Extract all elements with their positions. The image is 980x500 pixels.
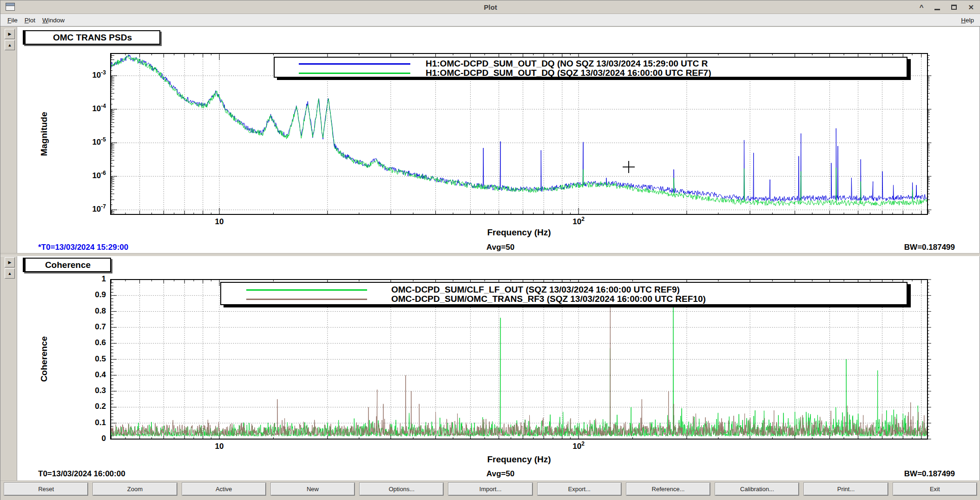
- y-tick-label: 0.1: [73, 418, 106, 427]
- tab-omc-trans-psds: OMC TRANS PSDs: [23, 30, 160, 45]
- y-tick-label: 0: [73, 434, 106, 443]
- new-button[interactable]: New: [271, 483, 355, 495]
- export-button[interactable]: Export...: [538, 483, 621, 495]
- coherence-legend: OMC-DCPD_SUM/CLF_LF_OUT (SQZ 13/03/2024 …: [220, 282, 908, 305]
- coherence-legend-sample-rf3: [246, 299, 367, 300]
- import-button[interactable]: Import...: [448, 483, 532, 495]
- options-button[interactable]: Options...: [360, 483, 443, 495]
- maximize-icon[interactable]: [951, 5, 957, 10]
- coherence-pad: Coherence Coherence Frequency (Hz) T0=13…: [17, 256, 980, 480]
- y-tick-label: 10-6: [73, 171, 106, 180]
- y-tick-label: 0.4: [73, 370, 106, 380]
- y-tick-label: 0.2: [73, 402, 106, 411]
- y-tick-label: 0.3: [73, 386, 106, 395]
- y-tick-label: 0.5: [73, 354, 106, 364]
- y-tick-label: 0.6: [73, 338, 106, 347]
- y-tick-label: 1: [73, 274, 106, 284]
- psd-legend: H1:OMC-DCPD_SUM_OUT_DQ (NO SQZ 13/03/202…: [274, 57, 908, 78]
- psd-avg-label: Avg=50: [487, 243, 514, 252]
- print-button[interactable]: Print...: [804, 483, 888, 495]
- legend-row: H1:OMC-DCPD_SUM_OUT_DQ (NO SQZ 13/03/202…: [275, 59, 907, 68]
- x-tick-label: 10: [215, 442, 224, 451]
- legend-row: OMC-DCPD_SUM/CLF_LF_OUT (SQZ 13/03/2024 …: [221, 285, 907, 294]
- x-tick-label: 102: [572, 442, 585, 451]
- shade-icon[interactable]: ^: [920, 0, 924, 14]
- y-tick-label: 0.7: [73, 322, 106, 332]
- arrow-right-button-bottom-pane[interactable]: ▶: [5, 257, 15, 267]
- coherence-legend-label-clf: OMC-DCPD_SUM/CLF_LF_OUT (SQZ 13/03/2024 …: [391, 285, 680, 294]
- crosshair-cursor: [628, 161, 629, 173]
- title-bar: Plot ^ ✕: [0, 0, 980, 14]
- window-menu-icon[interactable]: [6, 3, 15, 11]
- exit-button[interactable]: Exit: [893, 483, 977, 495]
- coherence-x-axis-title: Frequency (Hz): [487, 454, 551, 465]
- reset-button[interactable]: Reset: [4, 483, 88, 495]
- x-tick-label: 10: [215, 217, 224, 227]
- menu-plot[interactable]: Plot: [25, 17, 35, 24]
- coherence-legend-label-rf3: OMC-DCPD_SUM/OMC_TRANS_RF3 (SQZ 13/03/20…: [391, 294, 706, 304]
- psd-t0-label: *T0=13/03/2024 15:29:00: [38, 243, 128, 252]
- psd-status-row: *T0=13/03/2024 15:29:00 Avg=50 BW=0.1874…: [17, 243, 980, 253]
- menu-window[interactable]: Window: [42, 17, 65, 24]
- y-tick-label: 10-4: [73, 104, 106, 113]
- toolbar: ResetZoomActiveNewOptions...Import...Exp…: [0, 480, 980, 500]
- coherence-status-row: T0=13/03/2024 16:00:00 Avg=50 BW=0.18749…: [17, 469, 980, 480]
- psd-bw-label: BW=0.187499: [904, 243, 955, 252]
- psd-legend-label-sqz: H1:OMC-DCPD_SUM_OUT_DQ (SQZ 13/03/2024 1…: [426, 68, 711, 78]
- psd-legend-sample-no-sqz: [299, 63, 410, 65]
- y-tick-label: 0.8: [73, 307, 106, 316]
- tab-coherence: Coherence: [23, 258, 111, 272]
- coherence-bw-label: BW=0.187499: [904, 469, 955, 479]
- coherence-y-axis-title: Coherence: [39, 336, 49, 382]
- psd-legend-label-no-sqz: H1:OMC-DCPD_SUM_OUT_DQ (NO SQZ 13/03/202…: [426, 59, 708, 68]
- psd-x-axis-title: Frequency (Hz): [487, 227, 551, 238]
- plot-window: Plot ^ ✕ FilePlotWindow Help ▶ ▲ ▶ ▲ OMC…: [0, 0, 980, 500]
- y-tick-label: 10-3: [73, 71, 106, 80]
- arrow-up-button-bottom-pane[interactable]: ▲: [5, 268, 15, 279]
- psd-y-axis-title: Magnitude: [39, 112, 49, 156]
- legend-row: H1:OMC-DCPD_SUM_OUT_DQ (SQZ 13/03/2024 1…: [275, 68, 907, 78]
- menu-help[interactable]: Help: [961, 17, 974, 24]
- coherence-trace-rf3: [111, 307, 927, 435]
- menu-bar: FilePlotWindow Help: [0, 14, 980, 27]
- reference-button[interactable]: Reference...: [626, 483, 710, 495]
- y-tick-label: 10-5: [73, 138, 106, 147]
- arrow-up-button-top-pane[interactable]: ▲: [5, 40, 15, 50]
- arrow-right-button-top-pane[interactable]: ▶: [5, 29, 15, 39]
- coherence-legend-sample-clf: [246, 289, 367, 291]
- active-button[interactable]: Active: [182, 483, 266, 495]
- minimize-icon[interactable]: [934, 9, 940, 10]
- coherence-t0-label: T0=13/03/2024 16:00:00: [38, 469, 125, 479]
- psd-trace-sqz: [111, 55, 927, 206]
- y-tick-label: 0.9: [73, 290, 106, 300]
- window-controls: ^ ✕: [920, 0, 974, 14]
- coherence-avg-label: Avg=50: [487, 469, 514, 479]
- y-tick-label: 10-7: [73, 205, 106, 214]
- x-tick-label: 102: [572, 217, 585, 227]
- menu-file[interactable]: File: [7, 17, 18, 24]
- window-title: Plot: [0, 3, 980, 11]
- coherence-trace-clf: [111, 303, 927, 436]
- psd-pad: OMC TRANS PSDs Magnitude Frequency (Hz) …: [17, 27, 980, 253]
- legend-row: OMC-DCPD_SUM/OMC_TRANS_RF3 (SQZ 13/03/20…: [221, 294, 907, 304]
- pane-divider[interactable]: [0, 253, 980, 256]
- psd-legend-sample-sqz: [299, 73, 410, 74]
- close-icon[interactable]: ✕: [968, 0, 974, 14]
- zoom-button[interactable]: Zoom: [93, 483, 177, 495]
- calibration-button[interactable]: Calibration...: [715, 483, 799, 495]
